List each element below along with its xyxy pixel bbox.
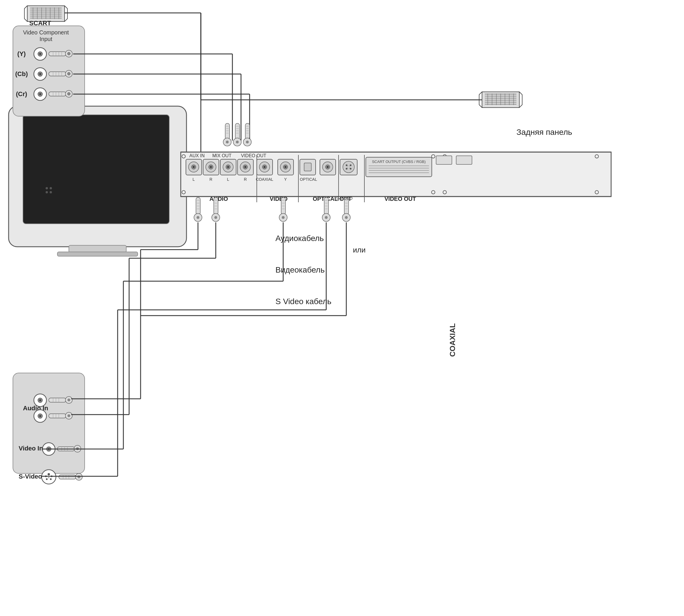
svg-point-134	[350, 168, 351, 170]
svg-rect-74	[245, 124, 250, 139]
svg-point-131	[346, 164, 348, 166]
svg-point-162	[214, 216, 217, 219]
video-component-input-label: Video Component	[23, 29, 69, 36]
svg-point-118	[264, 166, 265, 168]
video-out-top-label: VIDEO OUT	[241, 153, 266, 158]
svg-rect-33	[49, 52, 66, 56]
audio-cable-label: Аудиокабель	[275, 234, 324, 243]
svg-point-183	[345, 216, 348, 219]
cr-label: (Cr)	[16, 90, 27, 97]
svg-point-229	[46, 191, 48, 193]
audio-in-label: Audio In	[23, 404, 48, 412]
svg-point-226	[42, 470, 56, 484]
svg-point-155	[197, 216, 199, 219]
coaxial-label: COAXIAL	[256, 177, 273, 182]
svg-point-35	[67, 52, 70, 55]
svg-rect-67	[235, 124, 240, 139]
svg-point-42	[67, 72, 70, 75]
svg-point-201	[39, 399, 41, 401]
svg-rect-40	[49, 72, 66, 76]
svg-point-69	[236, 140, 239, 144]
s-video-cable-label: S Video кабель	[275, 297, 331, 306]
mix-r-label: R	[244, 177, 247, 182]
svg-point-213	[67, 414, 70, 417]
svg-point-207	[67, 398, 70, 401]
svg-rect-260	[436, 156, 452, 164]
svg-point-130	[343, 161, 354, 173]
svg-rect-2	[23, 115, 169, 224]
svg-rect-47	[49, 92, 66, 96]
svg-point-230	[50, 191, 52, 193]
svg-point-176	[325, 216, 328, 219]
svg-point-234	[46, 478, 48, 480]
svg-point-29	[39, 73, 41, 75]
svg-point-228	[50, 187, 52, 189]
scart-output-label: SCART OUTPUT (CVBS / RGB)	[372, 159, 425, 164]
svg-point-133	[346, 168, 348, 170]
svg-point-235	[50, 478, 52, 480]
rear-panel-label: Задняя панель	[516, 128, 572, 137]
optical-label: OPTICAL	[300, 177, 317, 182]
y-label: (Y)	[17, 50, 25, 58]
svg-rect-60	[225, 124, 229, 139]
aux-in-label: AUX IN	[190, 153, 204, 158]
svg-rect-211	[49, 414, 66, 418]
svg-point-49	[67, 92, 70, 95]
s-video-port-label: S-VIDEO	[336, 196, 353, 201]
coaxial-vertical-label: COAXIAL	[448, 323, 457, 357]
svg-point-169	[282, 216, 285, 219]
s-video-in-label: S-Video	[19, 473, 42, 480]
svg-rect-237	[59, 475, 76, 479]
svg-rect-198	[13, 373, 85, 474]
video-y-label: Y	[284, 177, 287, 182]
svg-point-231	[48, 473, 50, 476]
svg-point-102	[193, 166, 195, 168]
svg-point-128	[327, 166, 329, 168]
svg-point-106	[210, 166, 212, 168]
scart-label: SCART	[29, 20, 51, 27]
svg-rect-3	[69, 245, 126, 252]
svg-point-227	[46, 187, 48, 189]
svg-point-26	[39, 53, 41, 55]
aux-r-label: R	[209, 177, 212, 182]
svg-point-76	[246, 140, 249, 144]
cb-label: (Cb)	[15, 70, 28, 78]
svg-point-110	[227, 166, 229, 168]
svg-text:Input: Input	[40, 36, 52, 42]
video-in-label: Video In	[19, 445, 43, 452]
mix-out-label: MIX OUT	[212, 153, 231, 158]
svg-point-62	[226, 140, 229, 144]
svg-rect-124	[304, 163, 311, 171]
svg-point-236	[48, 477, 49, 478]
svg-rect-4	[58, 252, 138, 256]
diagram-container: SCART Video Component Input (Y) (Cb) (Cr…	[0, 0, 684, 616]
svg-rect-0	[0, 0, 684, 616]
aux-l-label: L	[193, 177, 195, 182]
svg-point-114	[244, 166, 246, 168]
svg-rect-205	[49, 398, 66, 402]
svg-rect-261	[456, 156, 472, 164]
svg-point-204	[39, 415, 41, 417]
svg-point-32	[39, 93, 41, 95]
svg-point-132	[350, 164, 351, 166]
svg-point-122	[285, 166, 286, 168]
or-label: или	[353, 246, 366, 254]
mix-l-label: L	[227, 177, 229, 182]
